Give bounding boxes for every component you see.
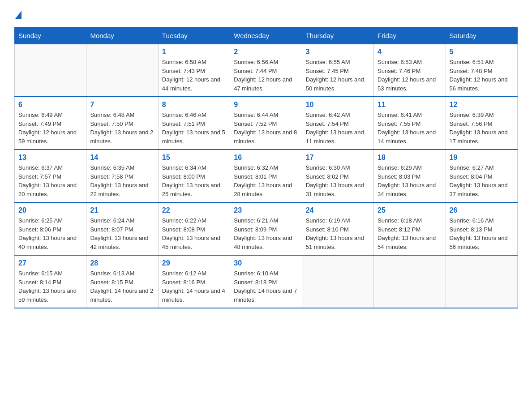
day-info: Sunrise: 6:24 AM Sunset: 8:07 PM Dayligh… bbox=[90, 216, 154, 251]
day-number: 17 bbox=[306, 154, 370, 162]
calendar-cell: 29Sunrise: 6:12 AM Sunset: 8:16 PM Dayli… bbox=[158, 255, 230, 308]
day-info: Sunrise: 6:58 AM Sunset: 7:43 PM Dayligh… bbox=[162, 58, 226, 93]
calendar-cell: 6Sunrise: 6:49 AM Sunset: 7:49 PM Daylig… bbox=[15, 97, 86, 150]
logo bbox=[14, 11, 21, 18]
calendar-cell: 8Sunrise: 6:46 AM Sunset: 7:51 PM Daylig… bbox=[158, 97, 230, 150]
day-number: 18 bbox=[378, 154, 442, 162]
calendar-cell: 7Sunrise: 6:48 AM Sunset: 7:50 PM Daylig… bbox=[86, 97, 158, 150]
day-info: Sunrise: 6:29 AM Sunset: 8:03 PM Dayligh… bbox=[378, 163, 442, 198]
calendar-table: SundayMondayTuesdayWednesdayThursdayFrid… bbox=[14, 27, 518, 308]
day-number: 24 bbox=[306, 206, 370, 214]
day-header-sunday: Sunday bbox=[15, 27, 86, 44]
day-number: 11 bbox=[378, 101, 442, 109]
calendar-cell: 9Sunrise: 6:44 AM Sunset: 7:52 PM Daylig… bbox=[230, 97, 302, 150]
day-number: 6 bbox=[18, 101, 82, 109]
calendar-cell: 3Sunrise: 6:55 AM Sunset: 7:45 PM Daylig… bbox=[302, 44, 373, 97]
calendar-cell: 20Sunrise: 6:25 AM Sunset: 8:06 PM Dayli… bbox=[15, 202, 86, 255]
calendar-cell: 24Sunrise: 6:19 AM Sunset: 8:10 PM Dayli… bbox=[302, 202, 373, 255]
calendar-week-4: 20Sunrise: 6:25 AM Sunset: 8:06 PM Dayli… bbox=[15, 202, 518, 255]
calendar-week-2: 6Sunrise: 6:49 AM Sunset: 7:49 PM Daylig… bbox=[15, 97, 518, 150]
day-number: 22 bbox=[162, 206, 226, 214]
day-info: Sunrise: 6:41 AM Sunset: 7:55 PM Dayligh… bbox=[378, 111, 442, 146]
day-number: 2 bbox=[234, 48, 298, 56]
calendar-cell: 21Sunrise: 6:24 AM Sunset: 8:07 PM Dayli… bbox=[86, 202, 158, 255]
day-header-saturday: Saturday bbox=[446, 27, 517, 44]
day-info: Sunrise: 6:37 AM Sunset: 7:57 PM Dayligh… bbox=[18, 163, 82, 198]
day-number: 20 bbox=[18, 206, 82, 214]
calendar-cell bbox=[374, 255, 446, 308]
day-number: 7 bbox=[90, 101, 154, 109]
calendar-cell: 22Sunrise: 6:22 AM Sunset: 8:08 PM Dayli… bbox=[158, 202, 230, 255]
calendar-cell: 2Sunrise: 6:56 AM Sunset: 7:44 PM Daylig… bbox=[230, 44, 302, 97]
day-number: 13 bbox=[18, 154, 82, 162]
day-info: Sunrise: 6:30 AM Sunset: 8:02 PM Dayligh… bbox=[306, 163, 370, 198]
day-info: Sunrise: 6:13 AM Sunset: 8:15 PM Dayligh… bbox=[90, 269, 154, 304]
day-info: Sunrise: 6:39 AM Sunset: 7:56 PM Dayligh… bbox=[450, 111, 514, 146]
calendar-cell bbox=[302, 255, 373, 308]
calendar-cell: 1Sunrise: 6:58 AM Sunset: 7:43 PM Daylig… bbox=[158, 44, 230, 97]
day-info: Sunrise: 6:21 AM Sunset: 8:09 PM Dayligh… bbox=[234, 216, 298, 251]
day-info: Sunrise: 6:51 AM Sunset: 7:48 PM Dayligh… bbox=[450, 58, 514, 93]
logo-triangle-icon bbox=[15, 11, 21, 19]
day-number: 25 bbox=[378, 206, 442, 214]
day-info: Sunrise: 6:35 AM Sunset: 7:58 PM Dayligh… bbox=[90, 163, 154, 198]
calendar-cell bbox=[86, 44, 158, 97]
day-number: 19 bbox=[450, 154, 514, 162]
day-header-tuesday: Tuesday bbox=[158, 27, 230, 44]
day-info: Sunrise: 6:22 AM Sunset: 8:08 PM Dayligh… bbox=[162, 216, 226, 251]
day-header-thursday: Thursday bbox=[302, 27, 373, 44]
day-header-monday: Monday bbox=[86, 27, 158, 44]
day-info: Sunrise: 6:56 AM Sunset: 7:44 PM Dayligh… bbox=[234, 58, 298, 93]
calendar-week-1: 1Sunrise: 6:58 AM Sunset: 7:43 PM Daylig… bbox=[15, 44, 518, 97]
day-number: 15 bbox=[162, 154, 226, 162]
day-number: 16 bbox=[234, 154, 298, 162]
calendar-cell: 30Sunrise: 6:10 AM Sunset: 8:18 PM Dayli… bbox=[230, 255, 302, 308]
day-info: Sunrise: 6:16 AM Sunset: 8:13 PM Dayligh… bbox=[450, 216, 514, 251]
calendar-cell: 12Sunrise: 6:39 AM Sunset: 7:56 PM Dayli… bbox=[446, 97, 517, 150]
calendar-cell: 5Sunrise: 6:51 AM Sunset: 7:48 PM Daylig… bbox=[446, 44, 517, 97]
day-info: Sunrise: 6:32 AM Sunset: 8:01 PM Dayligh… bbox=[234, 163, 298, 198]
day-number: 26 bbox=[450, 206, 514, 214]
day-info: Sunrise: 6:27 AM Sunset: 8:04 PM Dayligh… bbox=[450, 163, 514, 198]
day-number: 29 bbox=[162, 259, 226, 267]
calendar-cell bbox=[446, 255, 517, 308]
day-number: 4 bbox=[378, 48, 442, 56]
calendar-cell: 17Sunrise: 6:30 AM Sunset: 8:02 PM Dayli… bbox=[302, 150, 373, 202]
day-info: Sunrise: 6:19 AM Sunset: 8:10 PM Dayligh… bbox=[306, 216, 370, 251]
day-number: 9 bbox=[234, 101, 298, 109]
day-info: Sunrise: 6:49 AM Sunset: 7:49 PM Dayligh… bbox=[18, 111, 82, 146]
day-info: Sunrise: 6:48 AM Sunset: 7:50 PM Dayligh… bbox=[90, 111, 154, 146]
calendar-cell: 15Sunrise: 6:34 AM Sunset: 8:00 PM Dayli… bbox=[158, 150, 230, 202]
day-info: Sunrise: 6:15 AM Sunset: 8:14 PM Dayligh… bbox=[18, 269, 82, 304]
day-number: 23 bbox=[234, 206, 298, 214]
day-info: Sunrise: 6:55 AM Sunset: 7:45 PM Dayligh… bbox=[306, 58, 370, 93]
calendar-cell: 28Sunrise: 6:13 AM Sunset: 8:15 PM Dayli… bbox=[86, 255, 158, 308]
day-number: 27 bbox=[18, 259, 82, 267]
calendar-cell: 16Sunrise: 6:32 AM Sunset: 8:01 PM Dayli… bbox=[230, 150, 302, 202]
day-info: Sunrise: 6:46 AM Sunset: 7:51 PM Dayligh… bbox=[162, 111, 226, 146]
calendar-cell: 26Sunrise: 6:16 AM Sunset: 8:13 PM Dayli… bbox=[446, 202, 517, 255]
day-number: 8 bbox=[162, 101, 226, 109]
day-number: 3 bbox=[306, 48, 370, 56]
day-header-friday: Friday bbox=[374, 27, 446, 44]
day-number: 30 bbox=[234, 259, 298, 267]
day-number: 5 bbox=[450, 48, 514, 56]
day-number: 1 bbox=[162, 48, 226, 56]
calendar-cell: 27Sunrise: 6:15 AM Sunset: 8:14 PM Dayli… bbox=[15, 255, 86, 308]
calendar-cell bbox=[15, 44, 86, 97]
day-info: Sunrise: 6:44 AM Sunset: 7:52 PM Dayligh… bbox=[234, 111, 298, 146]
calendar-cell: 25Sunrise: 6:18 AM Sunset: 8:12 PM Dayli… bbox=[374, 202, 446, 255]
day-info: Sunrise: 6:12 AM Sunset: 8:16 PM Dayligh… bbox=[162, 269, 226, 304]
day-number: 10 bbox=[306, 101, 370, 109]
day-number: 14 bbox=[90, 154, 154, 162]
calendar-cell: 13Sunrise: 6:37 AM Sunset: 7:57 PM Dayli… bbox=[15, 150, 86, 202]
day-info: Sunrise: 6:18 AM Sunset: 8:12 PM Dayligh… bbox=[378, 216, 442, 251]
calendar-cell: 10Sunrise: 6:42 AM Sunset: 7:54 PM Dayli… bbox=[302, 97, 373, 150]
day-number: 21 bbox=[90, 206, 154, 214]
day-header-wednesday: Wednesday bbox=[230, 27, 302, 44]
calendar-week-5: 27Sunrise: 6:15 AM Sunset: 8:14 PM Dayli… bbox=[15, 255, 518, 308]
day-number: 28 bbox=[90, 259, 154, 267]
page-header bbox=[14, 11, 518, 18]
calendar-week-3: 13Sunrise: 6:37 AM Sunset: 7:57 PM Dayli… bbox=[15, 150, 518, 202]
day-info: Sunrise: 6:53 AM Sunset: 7:46 PM Dayligh… bbox=[378, 58, 442, 93]
